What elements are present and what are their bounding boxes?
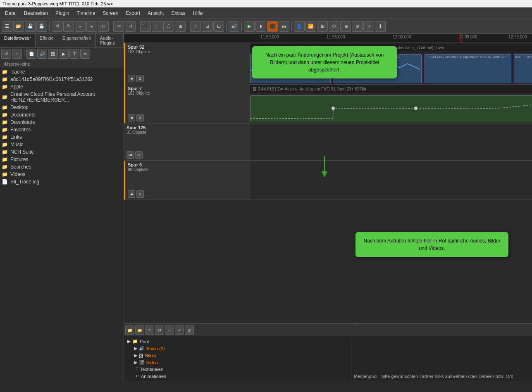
tb-fx4[interactable]: ⊞	[175, 21, 186, 32]
tc6-prev[interactable]: ⏮	[128, 190, 135, 198]
tb-settings[interactable]: ⚙	[329, 21, 339, 32]
file-item-10[interactable]: 📁NCH Suite	[0, 148, 124, 156]
file-item-6[interactable]: 📁Downloads	[0, 119, 124, 126]
tb-help[interactable]: ?	[363, 21, 374, 32]
tc125-prev[interactable]: ⏮	[126, 151, 134, 159]
tb-stop[interactable]: ⬛	[267, 21, 278, 32]
tb-undo[interactable]: ↺	[52, 21, 62, 32]
file-item-2[interactable]: 📁Apple	[0, 83, 124, 90]
file-item-11[interactable]: 📁Pictures	[0, 156, 124, 163]
tc-mute[interactable]: ⊘	[136, 75, 144, 82]
menu-timeline[interactable]: Timeline	[73, 9, 98, 18]
tb-hash[interactable]: #	[190, 21, 201, 32]
mp-anim-icon: ↩	[136, 373, 139, 379]
mp-expand-pool[interactable]: ▶	[127, 339, 131, 344]
tb-wifi[interactable]: 📶	[305, 21, 316, 32]
mp-expand-audio[interactable]: ▶	[134, 346, 137, 351]
file-item-5[interactable]: 📁Documents	[0, 111, 124, 119]
tb-play[interactable]: ▶	[244, 21, 255, 32]
track-content-spur6	[250, 161, 532, 200]
tb-save2[interactable]: 💾	[36, 21, 47, 32]
mp-item-video[interactable]: ▶ 🎬 Video	[126, 359, 349, 366]
tb-info[interactable]: ℹ	[375, 21, 386, 32]
menu-hilfe[interactable]: Hilfe	[189, 9, 206, 18]
file-item-14[interactable]: 📄Sti_Trace.log	[0, 178, 124, 185]
mp-grid[interactable]: ◫	[185, 325, 194, 335]
folder-icon: 📁	[2, 171, 8, 177]
lt-audio[interactable]: 🔊	[37, 49, 47, 59]
file-item-8[interactable]: 📁Links	[0, 133, 124, 141]
tb-fx1[interactable]: ⬛	[140, 21, 151, 32]
tc125-mute[interactable]: ⊘	[135, 151, 143, 159]
mp-item-text[interactable]: T Textdateien	[126, 366, 349, 373]
tab-audio-plugins[interactable]: Audio-Plugins	[96, 34, 124, 47]
file-item-9[interactable]: 📁Music	[0, 141, 124, 148]
mp-minus[interactable]: −	[165, 325, 174, 335]
mp-image-icon: 🖼	[139, 353, 143, 358]
tc6-mute[interactable]: ⊘	[136, 190, 144, 198]
clip-label-spur52-3: ☞ 0:14.265 | Zw. Aialo u. Aquilea am FVG…	[425, 55, 511, 59]
mp-expand-bilder[interactable]: ▶	[134, 353, 137, 358]
lt-up[interactable]: ↑	[12, 49, 22, 59]
tb-record[interactable]: ⊚	[352, 21, 363, 32]
menu-bearbeiten[interactable]: Bearbeiten	[21, 9, 51, 18]
tb-plus[interactable]: +	[86, 21, 97, 32]
file-item-1[interactable]: 📁a8d141d5a09f7f6f1c06174f51a31262	[0, 76, 124, 83]
tb-cut[interactable]: ✂	[113, 21, 124, 32]
file-item-4[interactable]: 📁Desktop	[0, 104, 124, 111]
tb-action1[interactable]: ◻	[98, 21, 109, 32]
file-item-12[interactable]: 📁Searches	[0, 163, 124, 171]
lt-image[interactable]: 🖼	[48, 49, 58, 59]
menu-plugin[interactable]: Plugin	[52, 9, 72, 18]
menu-export[interactable]: Export	[122, 9, 143, 18]
tb-audio[interactable]: 🔊	[229, 21, 239, 32]
mp-item-audio[interactable]: ▶ 🔊 Audio (2)	[126, 345, 349, 352]
tab-eigenschaften[interactable]: Eigenschaften	[58, 34, 96, 47]
tc7-mute[interactable]: ⊘	[136, 114, 144, 121]
mp-list[interactable]: ≡	[145, 325, 154, 335]
tb-minus[interactable]: −	[75, 21, 86, 32]
menu-extras[interactable]: Extras	[168, 9, 188, 18]
tb-pause[interactable]: ⏸	[255, 21, 266, 32]
track-name-spur52: Spur 52	[128, 45, 247, 50]
menu-ansicht[interactable]: Ansicht	[144, 9, 167, 18]
tb-audio2[interactable]: ⊞	[317, 21, 328, 32]
mp-item-pool[interactable]: ▶ 📁 Pool	[126, 338, 349, 345]
mp-refresh[interactable]: ↺	[155, 325, 164, 335]
tb-trim[interactable]: ⊣	[125, 21, 136, 32]
tb-fx3[interactable]: ⬡	[163, 21, 174, 32]
file-item-0[interactable]: 📁.cache	[0, 68, 124, 76]
lt-fx[interactable]: ✂	[80, 49, 90, 59]
mp-folder[interactable]: 📁	[125, 325, 134, 335]
lt-video[interactable]: ▶	[59, 49, 69, 59]
tab-effekte[interactable]: Effekte	[36, 34, 58, 47]
tb-redo[interactable]: ↻	[63, 21, 74, 32]
tb-user[interactable]: 👤	[294, 21, 305, 32]
mp-item-kurven[interactable]: Kurven (25)	[126, 380, 349, 381]
tb-fx2[interactable]: ⬚	[152, 21, 162, 32]
track-spur125: Spur 125 31 Objekte ⏮ ⊘	[124, 124, 532, 161]
tc7-prev[interactable]: ⏮	[128, 114, 135, 121]
mp-item-bilder[interactable]: ▶ 🖼 Bilder	[126, 352, 349, 359]
tb-prev[interactable]: ⏮	[279, 21, 289, 32]
menu-datei[interactable]: Datei	[2, 9, 20, 18]
tb-save[interactable]: 💾	[25, 21, 36, 32]
mp-open-folder[interactable]: 📂	[135, 325, 144, 335]
file-item-7[interactable]: 📁Favorites	[0, 126, 124, 133]
mp-expand-video[interactable]: ▶	[134, 360, 137, 365]
menu-screen[interactable]: Screen	[99, 9, 122, 18]
lt-new-doc[interactable]: 📄	[26, 49, 36, 59]
tc-prev[interactable]: ⏮	[128, 75, 135, 82]
file-item-3[interactable]: 📁Creative Cloud Files Personal Account H…	[0, 90, 124, 104]
file-item-13[interactable]: 📁Videos	[0, 171, 124, 178]
tb-new[interactable]: ☰	[2, 21, 12, 32]
lt-text[interactable]: T	[69, 49, 79, 59]
tb-monitor[interactable]: 🖥	[340, 21, 351, 32]
mp-plus[interactable]: +	[175, 325, 184, 335]
mp-item-anim[interactable]: ↩ Animationen	[126, 373, 349, 380]
tb-snap[interactable]: ⊟	[202, 21, 212, 32]
tb-open[interactable]: 📂	[13, 21, 24, 32]
tab-dateibrowser[interactable]: Dateibrowser	[0, 34, 36, 47]
lt-refresh[interactable]: ↺	[1, 49, 11, 59]
tb-align[interactable]: ⊡	[213, 21, 224, 32]
